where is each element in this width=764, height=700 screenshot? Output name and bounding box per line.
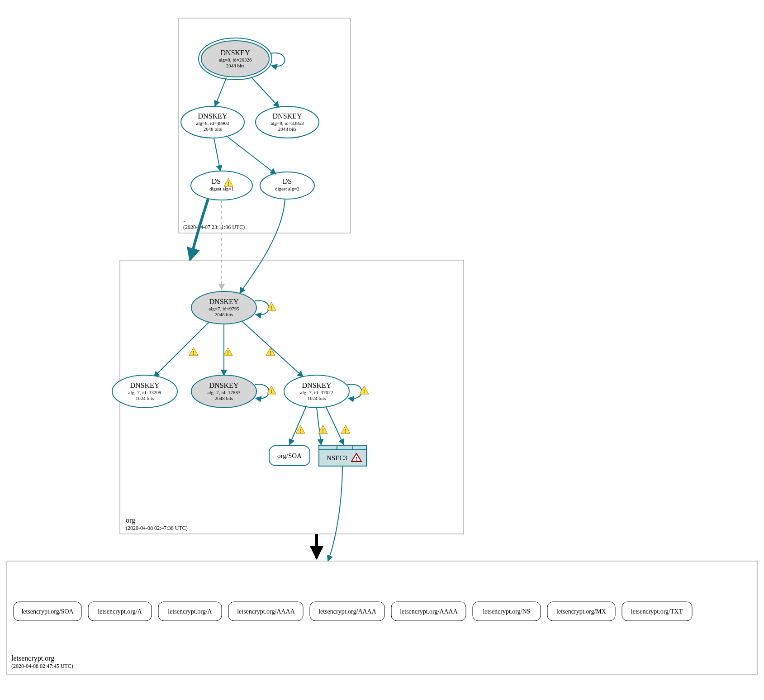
- node-le-7-title: letsencrypt.org/MX: [556, 608, 606, 615]
- node-le-0-title: letsencrypt.org/SOA: [21, 608, 74, 615]
- node-org-nsec3-title: NSEC3: [327, 454, 347, 462]
- node-org-ksk-sub1: alg=7, id=9795: [209, 306, 239, 311]
- svg-text:!: !: [270, 388, 272, 395]
- node-le-5-title: letsencrypt.org/AAAA: [400, 608, 458, 615]
- node-root-ds1-sub1: digest alg=1: [209, 186, 234, 191]
- svg-text:!: !: [322, 428, 324, 434]
- edge-ds2-to-org-ksk: [240, 199, 285, 293]
- svg-text:!: !: [228, 181, 229, 187]
- node-le-record[interactable]: letsencrypt.org/AAAA: [391, 602, 466, 621]
- node-root-ksk-title: DNSKEY: [221, 49, 250, 57]
- node-root-ds2-sub1: digest alg=2: [275, 186, 299, 191]
- node-org-soa-title: org/SOA: [277, 452, 302, 459]
- node-le-record[interactable]: letsencrypt.org/A: [158, 602, 222, 621]
- warn-icon: !: [267, 302, 276, 311]
- svg-point-7: [260, 172, 314, 199]
- node-org-z2-title: DNSKEY: [209, 381, 239, 389]
- zone-root: . (2020-04-07 23:11:06 UTC) DNSKEY alg=8…: [179, 18, 351, 233]
- node-org-z1-sub1: alg=7, id=33209: [128, 390, 161, 395]
- node-org-nsec3[interactable]: NSEC3 !: [319, 445, 366, 466]
- edge-root-zsk1-ds1: [214, 138, 220, 171]
- edge-org-ksk-z3: [242, 321, 303, 377]
- zone-le-label: letsencrypt.org: [11, 654, 54, 662]
- svg-point-5: [191, 171, 252, 200]
- edge-org-z3-nsec3a: [317, 408, 321, 445]
- node-org-ksk-sub2: 2048 bits: [215, 312, 233, 317]
- node-root-ds1[interactable]: DS digest alg=1 !: [191, 171, 252, 200]
- node-root-zsk2-title: DNSKEY: [273, 112, 302, 120]
- node-root-zsk2-sub2: 2048 bits: [278, 126, 297, 132]
- edge-root-ksk-zsk1: [215, 78, 226, 106]
- zone-org: org (2020-04-08 02:47:38 UTC) DNSKEY alg…: [112, 260, 464, 534]
- svg-text:!: !: [363, 388, 365, 395]
- zone-root-time: (2020-04-07 23:11:06 UTC): [183, 224, 245, 230]
- edge-org-ksk-z1: [154, 322, 209, 377]
- node-le-1-title: letsencrypt.org/A: [98, 608, 142, 615]
- zone-le: letsencrypt.org (2020-04-08 02:47:45 UTC…: [7, 561, 758, 674]
- node-org-z1[interactable]: DNSKEY alg=7, id=33209 1024 bits: [112, 375, 177, 408]
- edge-root-ksk-self: [270, 53, 285, 66]
- node-root-ksk-sub1: alg=8, id=20326: [219, 57, 252, 62]
- node-root-zsk2-sub1: alg=8, id=33853: [271, 120, 304, 126]
- node-org-z2-sub1: alg=7, id=17883: [208, 390, 241, 395]
- warn-icon: !: [223, 348, 233, 356]
- svg-text:!: !: [345, 428, 346, 434]
- zone-org-label: org: [126, 516, 135, 524]
- node-root-zsk1-title: DNSKEY: [198, 112, 228, 120]
- warn-icon: !: [267, 386, 276, 395]
- node-root-zsk1[interactable]: DNSKEY alg=8, id=48903 2048 bits: [181, 106, 244, 138]
- node-le-record[interactable]: letsencrypt.org/AAAA: [310, 602, 384, 621]
- node-le-4-title: letsencrypt.org/AAAA: [318, 608, 377, 615]
- node-le-2-title: letsencrypt.org/A: [168, 608, 212, 615]
- node-le-3-title: letsencrypt.org/AAAA: [237, 608, 295, 615]
- node-root-ds2-title: DS: [283, 177, 292, 185]
- edge-root-zsk1-ds2: [226, 136, 276, 174]
- node-org-ksk-title: DNSKEY: [209, 298, 239, 305]
- svg-text:!: !: [270, 350, 271, 356]
- svg-text:!: !: [193, 350, 195, 356]
- node-org-z2-sub2: 2048 bits: [215, 395, 233, 401]
- node-org-z1-sub2: 1024 bits: [136, 395, 154, 401]
- node-root-ksk[interactable]: DNSKEY alg=8, id=20326 2048 bits: [199, 38, 272, 80]
- zone-root-label: .: [183, 215, 185, 223]
- node-org-ksk[interactable]: DNSKEY alg=7, id=9795 2048 bits: [191, 291, 256, 324]
- node-root-zsk1-sub2: 2048 bits: [204, 126, 222, 132]
- svg-text:!: !: [299, 428, 301, 434]
- node-le-record[interactable]: letsencrypt.org/AAAA: [228, 602, 303, 621]
- node-org-soa[interactable]: org/SOA: [269, 446, 310, 466]
- node-le-8-title: letsencrypt.org/TXT: [631, 608, 683, 615]
- svg-text:!: !: [270, 305, 272, 311]
- edge-root-ksk-zsk2: [251, 77, 279, 107]
- edge-org-z3-nsec3b: [326, 406, 344, 445]
- node-le-record[interactable]: letsencrypt.org/NS: [473, 602, 541, 621]
- warn-icon: !: [318, 425, 327, 434]
- node-org-z3-sub2: 1024 bits: [308, 395, 326, 401]
- node-root-ds2[interactable]: DS digest alg=2: [260, 172, 314, 199]
- edge-nsec3-to-le: [328, 466, 342, 561]
- svg-text:!: !: [227, 350, 229, 356]
- node-le-record[interactable]: letsencrypt.org/SOA: [14, 602, 81, 621]
- node-root-zsk2[interactable]: DNSKEY alg=8, id=33853 2048 bits: [256, 106, 319, 138]
- node-root-zsk1-sub1: alg=8, id=48903: [196, 120, 229, 126]
- node-org-z3[interactable]: DNSKEY alg=7, id=37022 1024 bits: [284, 375, 349, 408]
- node-org-z1-title: DNSKEY: [130, 381, 160, 389]
- zone-le-time: (2020-04-08 02:47:45 UTC): [11, 663, 73, 669]
- node-org-z2[interactable]: DNSKEY alg=7, id=17883 2048 bits: [191, 375, 256, 408]
- warn-icon: !: [189, 348, 198, 356]
- node-le-record[interactable]: letsencrypt.org/MX: [547, 602, 615, 621]
- node-le-record[interactable]: letsencrypt.org/A: [88, 602, 152, 621]
- node-le-6-title: letsencrypt.org/NS: [483, 608, 530, 615]
- node-le-record[interactable]: letsencrypt.org/TXT: [622, 602, 692, 621]
- edge-org-z3-soa: [289, 406, 306, 445]
- warn-icon: !: [266, 348, 275, 356]
- node-root-ksk-sub2: 2048 bits: [226, 63, 245, 68]
- node-org-z3-title: DNSKEY: [302, 381, 332, 389]
- node-org-z3-sub1: alg=7, id=37022: [300, 390, 333, 395]
- warn-icon: !: [360, 386, 369, 395]
- node-root-ds1-title: DS: [212, 177, 221, 185]
- zone-org-time: (2020-04-08 02:47:38 UTC): [126, 525, 188, 531]
- svg-text:!: !: [356, 456, 357, 462]
- warn-icon: !: [341, 425, 350, 434]
